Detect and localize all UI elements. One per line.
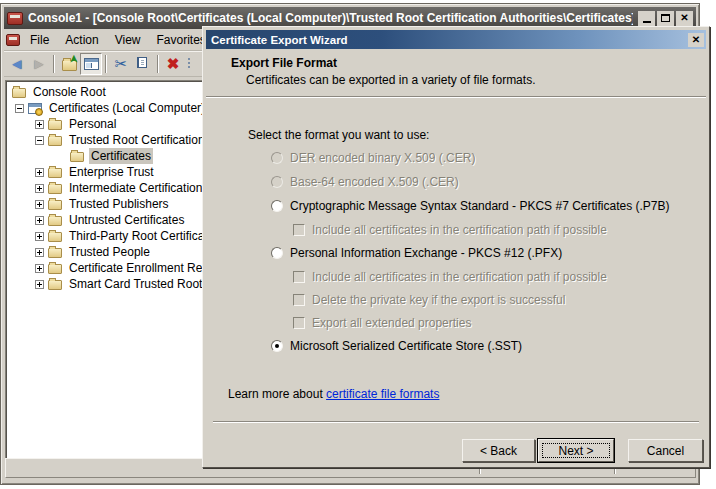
close-icon[interactable]: ✕ <box>688 33 704 47</box>
option-label: Include all certificates in the certific… <box>312 223 607 237</box>
tree-item-label[interactable]: Console Root <box>31 84 108 100</box>
minimize-button[interactable] <box>638 11 655 26</box>
folder-icon <box>48 136 62 146</box>
expand-plus-icon[interactable] <box>35 120 44 129</box>
tree-item-label[interactable]: Smart Card Trusted Roots <box>67 276 210 292</box>
radio-button <box>271 176 283 188</box>
mmc-console-icon <box>7 12 23 25</box>
menu-items: FileActionViewFavorites <box>22 31 214 49</box>
toolbar-separator <box>105 55 107 73</box>
cut-icon[interactable] <box>110 53 132 75</box>
option-label[interactable]: Personal Information Exchange - PKCS #12… <box>290 246 562 260</box>
folder-icon <box>70 152 84 162</box>
tree-item-label[interactable]: Personal <box>67 116 118 132</box>
format-checkbox-option: Delete the private key if the export is … <box>203 293 699 307</box>
forward-icon[interactable] <box>28 53 50 75</box>
option-label: Include all certificates in the certific… <box>312 270 607 284</box>
tree-item-label[interactable]: Untrusted Certificates <box>67 212 186 228</box>
folder-icon <box>48 120 62 130</box>
radio-button[interactable] <box>271 340 283 352</box>
close-icon: ✕ <box>680 13 688 23</box>
expand-plus-icon[interactable] <box>35 200 44 209</box>
dialog-buttons: < BackNext >Cancel <box>203 439 709 463</box>
folder-icon <box>12 88 26 98</box>
format-checkbox-option: Include all certificates in the certific… <box>203 270 699 284</box>
expand-plus-icon[interactable] <box>35 248 44 257</box>
tree-item-label[interactable]: Certificates (Local Computer) <box>47 100 207 116</box>
format-checkbox-option: Export all extended properties <box>203 316 699 330</box>
maximize-button[interactable] <box>657 11 674 26</box>
format-radio-option: Base-64 encoded X.509 (.CER) <box>203 175 699 189</box>
format-checkbox-option: Include all certificates in the certific… <box>203 223 699 237</box>
expand-plus-icon[interactable] <box>35 168 44 177</box>
format-intro-label: Select the format you want to use: <box>248 128 429 142</box>
tree-item-label[interactable]: Trusted People <box>67 244 152 260</box>
page-glyph <box>138 57 147 68</box>
separator <box>213 421 699 423</box>
format-options: DER encoded binary X.509 (.CER)Base-64 e… <box>203 151 699 363</box>
folder-icon <box>48 280 62 290</box>
option-label: Delete the private key if the export is … <box>312 293 565 307</box>
dialog-titlebar: Certificate Export Wizard ✕ <box>206 30 706 49</box>
back-button[interactable]: < Back <box>462 439 535 462</box>
option-label[interactable]: Microsoft Serialized Certificate Store (… <box>290 339 522 353</box>
expand-plus-icon[interactable] <box>35 264 44 273</box>
format-radio-option: Personal Information Exchange - PKCS #12… <box>203 246 699 260</box>
partial-icon[interactable] <box>184 53 194 75</box>
tree-item-label[interactable]: Trusted Publishers <box>67 196 171 212</box>
maximize-icon <box>661 14 670 22</box>
certificate-store-icon <box>28 103 42 114</box>
expand-plus-icon[interactable] <box>35 184 44 193</box>
checkbox <box>293 224 305 236</box>
window-controls: ✕ <box>638 11 693 26</box>
learn-more-prefix: Learn more about <box>228 387 326 401</box>
window-glyph <box>84 58 99 70</box>
cancel-button[interactable]: Cancel <box>628 439 703 462</box>
folder-icon <box>48 168 62 178</box>
format-radio-option: DER encoded binary X.509 (.CER) <box>203 151 699 165</box>
option-label: Export all extended properties <box>312 316 471 330</box>
collapse-minus-icon[interactable] <box>15 104 24 113</box>
checkbox <box>293 271 305 283</box>
window-title: Console1 - [Console Root\Certificates (L… <box>28 11 633 25</box>
certificate-file-formats-link[interactable]: certificate file formats <box>326 387 439 401</box>
menu-item-file[interactable]: File <box>22 31 57 49</box>
learn-more-text: Learn more about certificate file format… <box>228 387 439 401</box>
radio-button[interactable] <box>271 247 283 259</box>
page-subtitle: Certificates can be exported in a variet… <box>246 73 535 87</box>
folder-icon <box>48 232 62 242</box>
up-arrow-glyph: ➤ <box>69 54 79 62</box>
mmc-console-icon <box>6 34 20 46</box>
folder-icon <box>48 184 62 194</box>
expand-plus-icon[interactable] <box>35 280 44 289</box>
menu-item-view[interactable]: View <box>107 31 149 49</box>
radio-button[interactable] <box>271 200 283 212</box>
tree-item-label[interactable]: Enterprise Trust <box>67 164 156 180</box>
minimize-icon <box>643 21 651 23</box>
checkbox <box>293 294 305 306</box>
menu-item-action[interactable]: Action <box>57 31 106 49</box>
up-one-level-icon[interactable]: ➤ <box>58 53 80 75</box>
show-console-tree-icon[interactable] <box>80 53 102 75</box>
tree-item-label[interactable]: Certificates <box>89 148 153 164</box>
checkbox <box>293 317 305 329</box>
option-label: Base-64 encoded X.509 (.CER) <box>290 175 459 189</box>
folder-icon <box>48 200 62 210</box>
folder-icon <box>48 248 62 258</box>
format-radio-option: Microsoft Serialized Certificate Store (… <box>203 339 699 353</box>
delete-icon[interactable] <box>162 53 184 75</box>
copy-icon[interactable] <box>132 53 154 75</box>
page-title: Export File Format <box>231 56 337 70</box>
expand-plus-icon[interactable] <box>35 232 44 241</box>
expand-plus-icon[interactable] <box>35 216 44 225</box>
dialog-title: Certificate Export Wizard <box>211 34 688 46</box>
collapse-minus-icon[interactable] <box>35 136 44 145</box>
option-label: DER encoded binary X.509 (.CER) <box>290 151 475 165</box>
certificate-export-wizard-dialog: Certificate Export Wizard ✕ Export File … <box>202 26 710 468</box>
separator <box>206 96 706 98</box>
back-icon[interactable] <box>6 53 28 75</box>
option-label[interactable]: Cryptographic Message Syntax Standard - … <box>290 199 670 213</box>
next-button[interactable]: Next > <box>538 439 614 462</box>
close-button[interactable]: ✕ <box>676 11 693 26</box>
toolbar-separator <box>157 55 159 73</box>
